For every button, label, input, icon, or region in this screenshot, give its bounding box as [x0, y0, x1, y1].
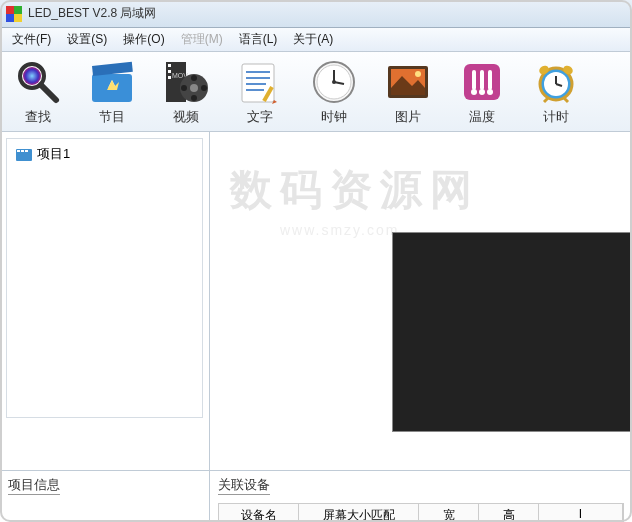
image-label: 图片 — [395, 108, 421, 126]
photo-icon — [384, 58, 432, 106]
th-device-name[interactable]: 设备名 — [219, 504, 299, 522]
program-button[interactable]: 节目 — [84, 56, 140, 128]
svg-point-19 — [181, 85, 187, 91]
watermark-url: www.smzy.com — [280, 222, 399, 238]
svg-rect-8 — [92, 61, 133, 75]
svg-rect-2 — [6, 14, 14, 22]
device-table-header: 设备名 屏幕大小匹配 宽 高 I — [218, 503, 624, 522]
svg-rect-53 — [17, 150, 20, 152]
video-label: 视频 — [173, 108, 199, 126]
image-button[interactable]: 图片 — [380, 56, 436, 128]
svg-rect-3 — [14, 14, 22, 22]
temperature-button[interactable]: 温度 — [454, 56, 510, 128]
svg-rect-1 — [14, 6, 22, 14]
clock-button[interactable]: 时钟 — [306, 56, 362, 128]
svg-point-42 — [479, 89, 485, 95]
preview-panel: 数码资源网 www.smzy.com — [210, 132, 632, 470]
menu-language[interactable]: 语言(L) — [231, 28, 286, 51]
svg-rect-39 — [480, 70, 484, 90]
menu-operation[interactable]: 操作(O) — [115, 28, 172, 51]
main-area: 项目1 数码资源网 www.smzy.com — [0, 132, 632, 470]
search-button[interactable]: 查找 — [10, 56, 66, 128]
temperature-label: 温度 — [469, 108, 495, 126]
notepad-icon — [236, 58, 284, 106]
menu-settings[interactable]: 设置(S) — [59, 28, 115, 51]
tree-item-project1[interactable]: 项目1 — [11, 143, 198, 165]
th-screen-match[interactable]: 屏幕大小匹配 — [299, 504, 419, 522]
project-info-title: 项目信息 — [8, 476, 60, 495]
toolbar: 查找 节目 MOV 视频 文字 时钟 图片 温度 — [0, 52, 632, 132]
related-devices-panel: 关联设备 设备名 屏幕大小匹配 宽 高 I — [210, 471, 632, 522]
menubar: 文件(F) 设置(S) 操作(O) 管理(M) 语言(L) 关于(A) — [0, 28, 632, 52]
text-button[interactable]: 文字 — [232, 56, 288, 128]
svg-point-36 — [415, 71, 421, 77]
th-height[interactable]: 高 — [479, 504, 539, 522]
analog-clock-icon — [310, 58, 358, 106]
svg-rect-40 — [488, 70, 492, 90]
project-icon — [15, 146, 33, 162]
menu-manage[interactable]: 管理(M) — [173, 28, 231, 51]
svg-point-18 — [191, 95, 197, 101]
text-label: 文字 — [247, 108, 273, 126]
th-width[interactable]: 宽 — [419, 504, 479, 522]
svg-point-16 — [190, 84, 198, 92]
svg-point-20 — [201, 85, 207, 91]
svg-line-51 — [564, 98, 568, 102]
th-extra[interactable]: I — [539, 504, 623, 522]
svg-line-6 — [41, 85, 56, 100]
project-tree-panel: 项目1 — [0, 132, 210, 470]
menu-about[interactable]: 关于(A) — [285, 28, 341, 51]
watermark-text: 数码资源网 — [230, 162, 480, 218]
svg-point-41 — [471, 89, 477, 95]
project-info-panel: 项目信息 — [0, 471, 210, 522]
alarm-clock-icon — [532, 58, 580, 106]
svg-rect-55 — [25, 150, 28, 152]
bottom-area: 项目信息 关联设备 设备名 屏幕大小匹配 宽 高 I — [0, 470, 632, 522]
thermometer-icon — [458, 58, 506, 106]
svg-rect-12 — [168, 70, 171, 73]
program-label: 节目 — [99, 108, 125, 126]
related-devices-title: 关联设备 — [218, 476, 270, 495]
svg-rect-0 — [6, 6, 14, 14]
svg-point-17 — [191, 75, 197, 81]
timer-label: 计时 — [543, 108, 569, 126]
svg-rect-54 — [21, 150, 24, 152]
menu-file[interactable]: 文件(F) — [4, 28, 59, 51]
titlebar: LED_BEST V2.8 局域网 — [0, 0, 632, 28]
clock-label: 时钟 — [321, 108, 347, 126]
app-title: LED_BEST V2.8 局域网 — [28, 5, 157, 22]
svg-rect-38 — [472, 70, 476, 90]
svg-rect-11 — [168, 64, 171, 67]
search-label: 查找 — [25, 108, 51, 126]
svg-point-43 — [487, 89, 493, 95]
svg-rect-13 — [168, 76, 171, 79]
clapper-icon — [88, 58, 136, 106]
film-reel-icon: MOV — [162, 58, 210, 106]
project-tree[interactable]: 项目1 — [6, 138, 203, 418]
tree-item-label: 项目1 — [37, 145, 70, 163]
magnifier-icon — [14, 58, 62, 106]
preview-screen[interactable] — [392, 232, 632, 432]
video-button[interactable]: MOV 视频 — [158, 56, 214, 128]
svg-line-50 — [544, 98, 548, 102]
app-icon — [6, 6, 22, 22]
svg-point-32 — [332, 80, 336, 84]
timer-button[interactable]: 计时 — [528, 56, 584, 128]
svg-point-5 — [23, 67, 41, 85]
